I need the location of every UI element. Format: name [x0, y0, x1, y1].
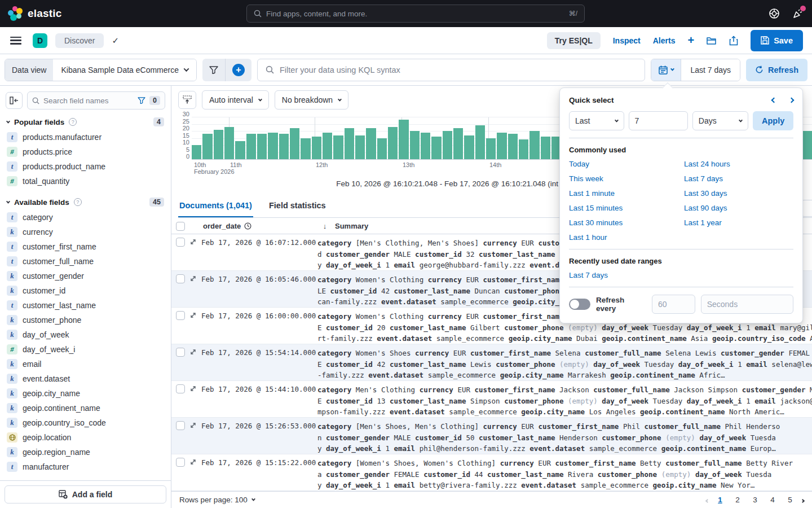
- page-5-button[interactable]: 5: [784, 494, 796, 506]
- space-avatar[interactable]: D: [33, 33, 47, 48]
- field-item[interactable]: geoip.location: [3, 430, 167, 445]
- table-row[interactable]: Feb 17, 2026 @ 15:26:53.000category [Men…: [171, 418, 812, 454]
- select-all-checkbox[interactable]: [176, 222, 185, 231]
- histogram-bar[interactable]: [333, 135, 343, 160]
- quick-range-link[interactable]: Last 7 days: [684, 174, 795, 183]
- histogram-bar[interactable]: [388, 127, 398, 160]
- quick-range-link[interactable]: Last 1 year: [684, 218, 795, 227]
- histogram-bar[interactable]: [268, 133, 277, 160]
- quick-range-link[interactable]: Last 90 days: [684, 204, 795, 212]
- refresh-unit-select[interactable]: Seconds: [701, 295, 793, 314]
- save-button[interactable]: Save: [751, 30, 803, 51]
- histogram-bar[interactable]: [497, 133, 506, 160]
- histogram-bar[interactable]: [421, 133, 430, 160]
- histogram-bar[interactable]: [224, 127, 234, 160]
- next-time-window-icon[interactable]: [789, 98, 795, 103]
- newsfeed-icon[interactable]: [792, 7, 804, 20]
- histogram-bar[interactable]: [431, 137, 441, 159]
- histogram-bar[interactable]: [486, 138, 496, 160]
- field-item[interactable]: kcurrency: [3, 225, 167, 239]
- kql-query-input[interactable]: Filter your data using KQL syntax: [257, 59, 645, 81]
- histogram-bar[interactable]: [443, 131, 452, 159]
- histogram-bar[interactable]: [399, 120, 408, 159]
- table-row[interactable]: Feb 17, 2026 @ 15:15:22.000category [Wom…: [171, 454, 812, 491]
- expand-document-icon[interactable]: [189, 385, 197, 392]
- help-icon[interactable]: [768, 7, 780, 20]
- quick-range-link[interactable]: Last 30 days: [684, 189, 795, 198]
- expand-document-icon[interactable]: [189, 312, 197, 319]
- field-item[interactable]: kcustomer_gender: [3, 269, 167, 283]
- next-page-button[interactable]: [801, 496, 804, 504]
- histogram-bar[interactable]: [235, 141, 245, 160]
- row-checkbox[interactable]: [176, 311, 185, 320]
- quick-select-tense[interactable]: Last: [569, 111, 624, 130]
- histogram-bar[interactable]: [345, 128, 354, 159]
- row-checkbox[interactable]: [176, 458, 185, 467]
- page-1-button[interactable]: 1: [714, 494, 726, 506]
- hide-chart-button[interactable]: [178, 91, 196, 109]
- inspect-button[interactable]: Inspect: [613, 36, 641, 45]
- previous-time-window-icon[interactable]: [771, 98, 777, 103]
- popular-fields-header[interactable]: Popular fields ? 4: [0, 113, 171, 129]
- saved-state-check-icon[interactable]: ✓: [112, 36, 119, 46]
- field-item[interactable]: kcustomer_phone: [3, 313, 167, 327]
- histogram-bar[interactable]: [202, 134, 212, 159]
- histogram-bar[interactable]: [279, 134, 289, 159]
- expand-document-icon[interactable]: [189, 275, 197, 282]
- apply-button[interactable]: Apply: [753, 111, 793, 130]
- histogram-bar[interactable]: [323, 133, 332, 160]
- elastic-logo[interactable]: elastic: [8, 6, 62, 21]
- histogram-bar[interactable]: [464, 135, 474, 160]
- date-quick-menu-button[interactable]: [651, 59, 681, 81]
- expand-document-icon[interactable]: [189, 348, 197, 356]
- new-session-icon[interactable]: +: [687, 34, 694, 47]
- quick-range-link[interactable]: This week: [569, 174, 684, 183]
- page-2-button[interactable]: 2: [731, 494, 744, 506]
- available-fields-header[interactable]: Available fields ? 45: [0, 193, 171, 209]
- field-search-input[interactable]: Search field names 0: [27, 91, 165, 110]
- field-item[interactable]: #total_quantity: [3, 174, 167, 189]
- histogram-bar[interactable]: [519, 139, 528, 159]
- previous-page-button[interactable]: [706, 496, 709, 504]
- breadcrumb[interactable]: Discover: [55, 33, 104, 48]
- histogram-bar[interactable]: [453, 128, 463, 159]
- data-view-picker[interactable]: Data view Kibana Sample Data eCommerce: [5, 59, 197, 81]
- expand-document-icon[interactable]: [189, 422, 197, 429]
- open-folder-icon[interactable]: [707, 36, 717, 45]
- field-item[interactable]: tcustomer_last_name: [3, 298, 167, 313]
- tab-documents[interactable]: Documents (1,041): [178, 199, 253, 217]
- histogram-bar[interactable]: [475, 125, 485, 159]
- histogram-bar[interactable]: [377, 138, 387, 160]
- table-row[interactable]: Feb 17, 2026 @ 15:54:14.000category Wome…: [171, 344, 812, 381]
- histogram-bar[interactable]: [214, 130, 223, 160]
- histogram-bar[interactable]: [508, 134, 518, 159]
- field-item[interactable]: tproducts.manufacturer: [3, 130, 167, 144]
- tab-field-statistics[interactable]: Field statistics: [268, 199, 327, 217]
- field-item[interactable]: tcustomer_full_name: [3, 254, 167, 269]
- field-item[interactable]: tcustomer_first_name: [3, 239, 167, 254]
- menu-icon[interactable]: [10, 37, 21, 45]
- histogram-bar[interactable]: [366, 128, 376, 159]
- field-item[interactable]: #products.price: [3, 144, 167, 159]
- order-date-column-header[interactable]: order_date: [203, 222, 241, 230]
- page-4-button[interactable]: 4: [766, 494, 779, 506]
- quick-range-link[interactable]: Today: [569, 160, 684, 168]
- row-checkbox[interactable]: [176, 421, 185, 430]
- histogram-bar[interactable]: [312, 137, 321, 159]
- histogram-bar[interactable]: [246, 134, 256, 159]
- rows-per-page-select[interactable]: Rows per page: 100: [179, 496, 255, 504]
- field-item[interactable]: kgeoip.continent_name: [3, 401, 167, 415]
- expand-document-icon[interactable]: [189, 238, 197, 246]
- histogram-bar[interactable]: [290, 128, 299, 159]
- histogram-bar[interactable]: [529, 131, 539, 159]
- table-row[interactable]: Feb 17, 2026 @ 15:44:10.000category Men'…: [171, 381, 812, 418]
- histogram-bar[interactable]: [355, 135, 365, 160]
- field-item[interactable]: tcategory: [3, 210, 167, 225]
- field-item[interactable]: kevent.dataset: [3, 371, 167, 386]
- field-item[interactable]: #day_of_week_i: [3, 342, 167, 357]
- filter-funnel-icon[interactable]: [202, 59, 225, 81]
- collapse-sidebar-button[interactable]: [6, 92, 23, 109]
- share-icon[interactable]: [729, 36, 738, 46]
- row-checkbox[interactable]: [176, 274, 185, 283]
- field-filter-icon[interactable]: [138, 97, 145, 104]
